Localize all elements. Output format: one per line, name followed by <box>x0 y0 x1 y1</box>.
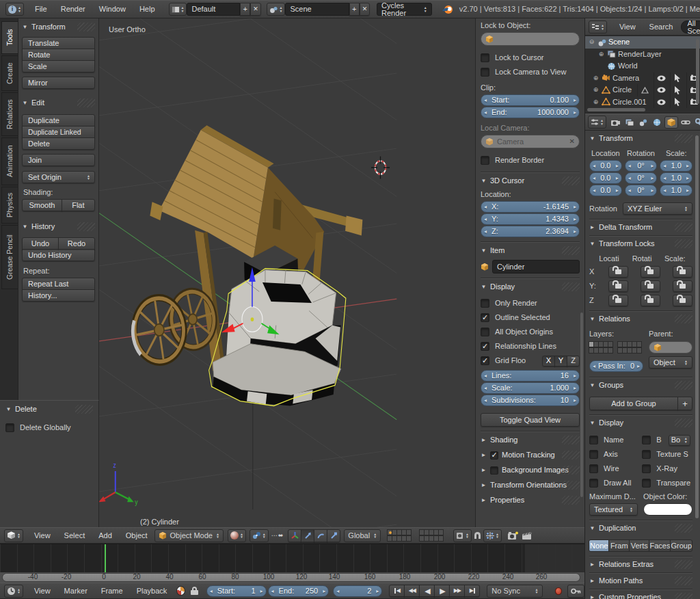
panel-header-relations-extras[interactable]: Relations Extras <box>589 559 692 570</box>
jump-to-start-button[interactable]: ◀ <box>389 585 405 597</box>
render-engine-select[interactable]: Cycles Render <box>377 3 432 16</box>
play-button[interactable]: ▶ <box>434 585 450 597</box>
duplication-verts-button[interactable]: Verts <box>629 540 649 552</box>
panel-header-edit[interactable]: Edit <box>22 97 95 109</box>
location-x-slider[interactable]: 0.0 <box>589 160 622 172</box>
next-keyframe-button[interactable]: ▶▶ <box>449 585 465 597</box>
context-render-icon[interactable] <box>609 117 622 128</box>
add-layout-button[interactable]: + <box>240 3 250 16</box>
context-constraints-icon[interactable] <box>679 117 692 128</box>
menu-window[interactable]: Window <box>92 1 133 18</box>
duplicate-button[interactable]: Duplicate <box>22 114 95 127</box>
current-frame-field[interactable]: 2 <box>333 585 382 597</box>
timeline-menu-marker[interactable]: Marker <box>57 583 94 598</box>
render-animation-icon[interactable] <box>522 531 533 540</box>
scale-y-slider[interactable]: 1.0 <box>660 172 692 184</box>
manipulator-scale-button[interactable] <box>327 529 340 542</box>
translate-button[interactable]: Translate <box>22 37 95 49</box>
close-layout-button[interactable]: ✕ <box>250 3 260 16</box>
display-name-checkbox[interactable] <box>589 436 598 444</box>
outliner-item-scene[interactable]: ⊖ Scene <box>585 36 700 49</box>
lock-location-z-button[interactable] <box>608 295 628 306</box>
screen-layout-field[interactable]: Default <box>187 3 240 16</box>
selectability-cursor-icon[interactable] <box>670 72 684 85</box>
delete-globally-checkbox[interactable] <box>5 423 14 432</box>
snap-element-select[interactable] <box>483 529 502 542</box>
collapse-icon[interactable]: ⊖ <box>588 39 595 45</box>
motion-tracking-checkbox[interactable]: ✓ <box>490 451 498 460</box>
timeline-menu-frame[interactable]: Frame <box>94 583 130 598</box>
add-scene-button[interactable]: + <box>349 3 360 16</box>
lock-icon[interactable] <box>191 587 198 595</box>
clip-end-slider[interactable]: End:1000.000 <box>481 107 580 118</box>
orientation-select[interactable]: Global <box>344 529 381 542</box>
outliner-item-circle-001[interactable]: ⊕ Circle.001 <box>585 96 700 109</box>
lock-camera-checkbox[interactable] <box>481 68 489 77</box>
prev-keyframe-button[interactable]: ◀◀ <box>404 585 420 597</box>
manipulator-translate-button[interactable] <box>301 529 314 542</box>
outliner-item-renderlayer[interactable]: ⊕ RenderLayer <box>585 49 700 61</box>
rotate-button[interactable]: Rotate <box>22 49 95 61</box>
view3d-menu-select[interactable]: Select <box>57 528 92 543</box>
editor-type-button-info[interactable]: i <box>5 3 24 16</box>
editor-type-button-timeline[interactable] <box>4 585 23 598</box>
visibility-eye-icon[interactable] <box>654 84 668 96</box>
panel-header-transform-locks[interactable]: Transform Locks <box>589 238 692 250</box>
only-render-checkbox[interactable] <box>481 299 489 308</box>
cursor-x-slider[interactable]: X:-1.6145 <box>481 201 580 213</box>
panel-header-display[interactable]: Display <box>481 281 580 293</box>
selectability-cursor-icon[interactable] <box>670 96 684 109</box>
mirror-button[interactable]: Mirror <box>22 77 95 89</box>
panel-header-shading[interactable]: Shading <box>481 434 580 446</box>
layer-group-2[interactable] <box>618 341 643 354</box>
lock-location-y-button[interactable] <box>608 280 628 292</box>
location-y-slider[interactable]: 0.0 <box>589 172 622 184</box>
cursor-z-slider[interactable]: Z:2.3694 <box>481 226 580 237</box>
duplicate-linked-button[interactable]: Duplicate Linked <box>22 126 95 138</box>
panel-header-motion-tracking[interactable]: ✓Motion Tracking <box>481 449 580 461</box>
flat-button[interactable]: Flat <box>62 199 95 211</box>
panel-header-delete[interactable]: Delete <box>5 403 93 415</box>
outliner-item-circle[interactable]: ⊕ Circle <box>585 84 700 96</box>
grid-scale-slider[interactable]: Scale:1.000 <box>481 382 580 394</box>
context-modifiers-icon[interactable] <box>693 117 700 128</box>
toggle-quad-view-button[interactable]: Toggle Quad View <box>481 413 580 427</box>
menu-render[interactable]: Render <box>54 1 92 18</box>
layer-group-1[interactable] <box>589 341 615 354</box>
tab-relations[interactable]: Relations <box>1 92 18 136</box>
grid-subdivisions-slider[interactable]: Subdivisions:10 <box>481 395 580 406</box>
panel-header-transform-orientations[interactable]: Transform Orientations <box>481 479 580 491</box>
record-auto-key-icon[interactable] <box>555 587 562 595</box>
layers-widget[interactable] <box>589 341 643 354</box>
editor-type-button-3dview[interactable] <box>4 529 23 542</box>
display-texture-space-checkbox[interactable] <box>642 450 651 459</box>
properties-scrollbar[interactable] <box>695 135 699 518</box>
expand-icon[interactable]: ⊕ <box>592 87 600 93</box>
editor-type-button-outliner[interactable] <box>589 21 607 34</box>
outliner-menu-view[interactable]: View <box>612 19 643 35</box>
play-reverse-button[interactable]: ◀ <box>419 585 435 597</box>
parent-field[interactable] <box>649 341 692 354</box>
screen-layout-icon-button[interactable] <box>169 3 187 16</box>
duplication-faces-button[interactable]: Faces <box>649 540 671 552</box>
display-wire-checkbox[interactable] <box>589 464 598 473</box>
lock-scale-x-button[interactable] <box>673 266 692 278</box>
lock-location-x-button[interactable] <box>608 266 628 278</box>
outliner-filter-select[interactable]: All Scene <box>681 21 700 34</box>
add-to-group-button[interactable]: Add to Group <box>589 397 678 410</box>
view3d-menu-add[interactable]: Add <box>92 528 119 543</box>
tab-tools[interactable]: Tools <box>1 21 18 54</box>
outliner-vscrollbar[interactable] <box>696 39 699 104</box>
expand-icon[interactable]: ⊕ <box>592 75 600 81</box>
display-axis-checkbox[interactable] <box>589 450 598 459</box>
panel-header-background-images[interactable]: Background Images <box>481 464 580 476</box>
local-camera-field[interactable]: Camera ✕ <box>481 135 580 148</box>
snap-magnet-icon[interactable] <box>474 532 481 539</box>
panel-header-motion-paths[interactable]: Motion Paths <box>589 575 692 587</box>
selectability-cursor-icon[interactable] <box>670 84 684 96</box>
tab-physics[interactable]: Physics <box>1 187 18 224</box>
duplication-frames-button[interactable]: Fram <box>608 540 629 552</box>
outline-selected-checkbox[interactable]: ✓ <box>481 313 489 322</box>
display-bounds-checkbox[interactable] <box>642 436 651 444</box>
rotation-x-slider[interactable]: 0° <box>625 160 658 172</box>
